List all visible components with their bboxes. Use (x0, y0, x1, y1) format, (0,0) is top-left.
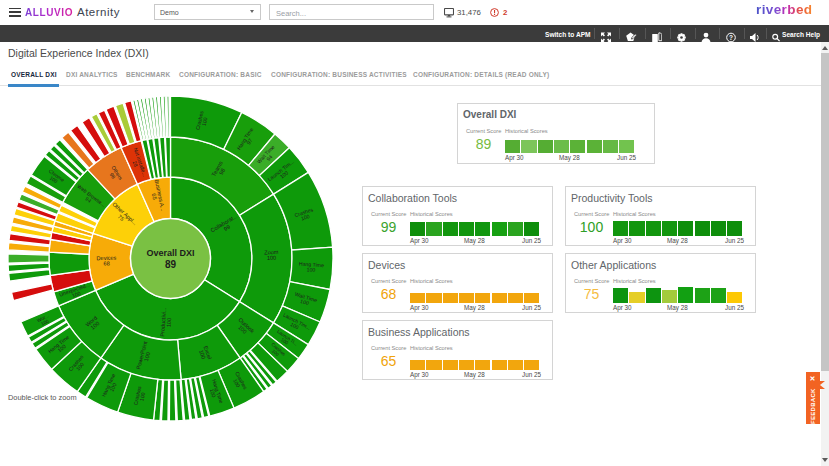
svg-text:?: ? (729, 34, 733, 41)
svg-text:89: 89 (165, 259, 177, 270)
svg-text:Overall DXI: Overall DXI (146, 248, 194, 258)
